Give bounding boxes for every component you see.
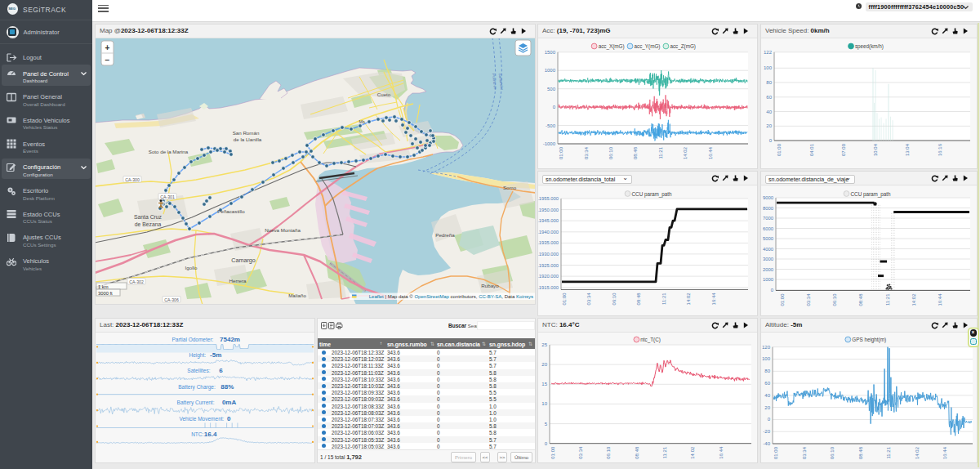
svg-text:11:21: 11:21 — [662, 293, 666, 305]
svg-text:0mA: 0mA — [222, 399, 237, 406]
svg-text:04:01: 04:01 — [809, 143, 814, 156]
svg-text:CA-301: CA-301 — [160, 194, 175, 199]
svg-text:1.1925.000: 1.1925.000 — [538, 263, 559, 268]
svg-text:−: − — [105, 56, 110, 65]
svg-text:01:00: 01:00 — [559, 146, 564, 159]
svg-text:CA-302: CA-302 — [129, 279, 144, 284]
svg-text:-40: -40 — [763, 441, 770, 446]
svg-text:01:00: 01:00 — [777, 143, 782, 156]
svg-text:Pedreña: Pedreña — [435, 232, 455, 238]
svg-text:Peñacastillo: Peñacastillo — [217, 208, 245, 214]
svg-text:7000: 7000 — [763, 216, 773, 221]
svg-text:5000: 5000 — [763, 236, 773, 241]
svg-text:Satellites:: Satellites: — [187, 368, 210, 373]
svg-text:1.1940.000: 1.1940.000 — [538, 230, 559, 234]
svg-text:03:34: 03:34 — [806, 293, 811, 306]
svg-text:60: 60 — [764, 381, 770, 386]
svg-text:20: 20 — [766, 123, 772, 128]
svg-text:16:16: 16:16 — [938, 143, 942, 156]
svg-text:1.1945.000: 1.1945.000 — [538, 218, 559, 223]
svg-text:500: 500 — [547, 87, 556, 92]
svg-text:CA-306: CA-306 — [164, 297, 179, 302]
svg-text:CCU param_path: CCU param_path — [851, 191, 891, 198]
svg-text:01:00: 01:00 — [550, 446, 555, 459]
svg-text:GPS height(m): GPS height(m) — [852, 337, 886, 343]
svg-text:de Bezana: de Bezana — [135, 221, 162, 227]
svg-text:03:34: 03:34 — [802, 446, 807, 459]
svg-text:03:34: 03:34 — [578, 446, 583, 459]
svg-text:08:48: 08:48 — [858, 446, 863, 459]
svg-text:20: 20 — [541, 362, 547, 367]
svg-text:01:00: 01:00 — [780, 293, 785, 306]
svg-text:16:44: 16:44 — [719, 446, 724, 459]
svg-text:14:02: 14:02 — [691, 446, 696, 459]
svg-text:0: 0 — [553, 105, 556, 109]
svg-text:122: 122 — [764, 50, 773, 55]
svg-text:5: 5 — [545, 422, 548, 427]
svg-text:Partial Odometer:: Partial Odometer: — [172, 337, 213, 342]
svg-text:14:02: 14:02 — [911, 293, 916, 306]
svg-text:06:10: 06:10 — [606, 446, 611, 459]
svg-text:03:34: 03:34 — [587, 293, 592, 306]
svg-text:6: 6 — [219, 367, 223, 374]
svg-text:120: 120 — [762, 345, 771, 350]
svg-text:1500: 1500 — [545, 50, 556, 55]
svg-text:1.1920.000: 1.1920.000 — [538, 274, 559, 279]
svg-text:-500: -500 — [546, 123, 556, 128]
svg-text:Igollo: Igollo — [185, 265, 198, 270]
svg-text:0: 0 — [771, 288, 773, 293]
svg-text:ntc_T(C): ntc_T(C) — [640, 337, 661, 343]
svg-text:6000: 6000 — [763, 226, 773, 231]
svg-text:-5m: -5m — [210, 351, 221, 359]
svg-text:16:44: 16:44 — [938, 293, 942, 306]
svg-text:7542m: 7542m — [220, 336, 240, 343]
svg-text:-1000: -1000 — [543, 141, 556, 146]
svg-text:9000: 9000 — [763, 195, 773, 200]
svg-text:Vehicle Movement:: Vehicle Movement: — [179, 416, 224, 422]
svg-text:acc_X(mG): acc_X(mG) — [599, 43, 625, 50]
svg-text:Battery Current:: Battery Current: — [177, 400, 215, 406]
svg-text:Santa Cruz: Santa Cruz — [134, 214, 163, 220]
svg-text:1.1930.000: 1.1930.000 — [538, 252, 559, 257]
svg-text:CCU param_path: CCU param_path — [632, 191, 672, 198]
svg-text:0: 0 — [545, 441, 548, 446]
svg-text:01:00: 01:00 — [562, 293, 567, 306]
svg-text:1.1915.000: 1.1915.000 — [538, 285, 559, 290]
svg-text:08:48: 08:48 — [633, 146, 638, 159]
svg-text:San Román: San Román — [233, 130, 260, 136]
svg-text:acc_Y(mG): acc_Y(mG) — [635, 43, 661, 50]
svg-text:1.1955.000: 1.1955.000 — [538, 196, 559, 201]
svg-text:Leaflet | Map data © OpenStree: Leaflet | Map data © OpenStreetMap contr… — [369, 294, 533, 299]
svg-text:08:48: 08:48 — [636, 293, 641, 306]
svg-text:60: 60 — [766, 95, 772, 100]
svg-text:10: 10 — [541, 401, 547, 406]
svg-text:Somo: Somo — [503, 185, 517, 190]
svg-text:13:04: 13:04 — [905, 143, 910, 156]
svg-text:1.1950.000: 1.1950.000 — [538, 208, 559, 212]
svg-text:de la Llanilla: de la Llanilla — [234, 136, 262, 142]
svg-text:1000: 1000 — [763, 277, 773, 282]
svg-text:15: 15 — [541, 382, 547, 386]
svg-text:06:10: 06:10 — [608, 146, 613, 159]
svg-text:1 km: 1 km — [98, 284, 109, 289]
svg-text:11:21: 11:21 — [658, 146, 663, 159]
svg-text:Maliaño: Maliaño — [288, 293, 306, 298]
svg-text:+: + — [105, 43, 110, 52]
svg-text:speed(km/h): speed(km/h) — [855, 43, 884, 50]
svg-text:14:02: 14:02 — [686, 293, 691, 306]
svg-text:Cueto: Cueto — [377, 92, 391, 97]
svg-text:3000 ft: 3000 ft — [98, 291, 113, 296]
svg-text:Rubayo: Rubayo — [481, 283, 499, 288]
svg-text:Herrera: Herrera — [229, 278, 247, 284]
svg-text:1.1935.000: 1.1935.000 — [538, 240, 559, 245]
svg-text:06:10: 06:10 — [612, 293, 617, 306]
svg-text:88%: 88% — [220, 383, 234, 391]
svg-text:14:02: 14:02 — [915, 446, 920, 459]
svg-text:07:00: 07:00 — [841, 143, 846, 156]
svg-text:1000: 1000 — [545, 68, 556, 73]
svg-text:4000: 4000 — [763, 247, 773, 252]
svg-text:06:10: 06:10 — [832, 293, 837, 306]
svg-text:2000: 2000 — [763, 267, 773, 272]
svg-text:06:10: 06:10 — [830, 446, 835, 459]
svg-text:100: 100 — [762, 356, 771, 361]
